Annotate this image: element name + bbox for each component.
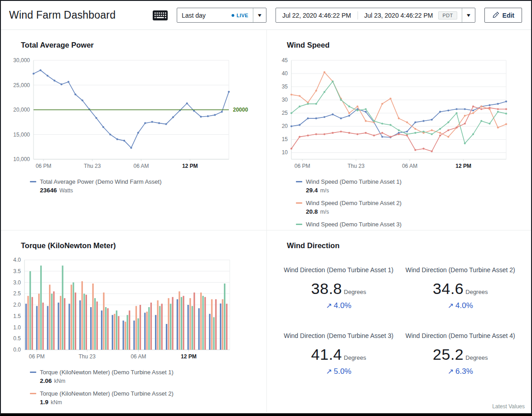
svg-text:06 AM: 06 AM bbox=[131, 353, 146, 360]
trend-up-icon: ↗ bbox=[326, 367, 332, 375]
legend-label: Torque (KiloNewton Meter) (Demo Turbine … bbox=[40, 389, 174, 398]
svg-text:4.0: 4.0 bbox=[13, 257, 21, 263]
kpi-trend: ↗4.0% bbox=[278, 301, 400, 310]
svg-text:2.0: 2.0 bbox=[13, 302, 21, 308]
legend-item: Wind Speed (Demo Turbine Asset 1)29.4 m/… bbox=[296, 177, 526, 195]
legend-label: Torque (KiloNewton Meter) (Demo Turbine … bbox=[40, 368, 174, 377]
live-badge: LIVE bbox=[232, 13, 248, 18]
legend-unit: m/s bbox=[319, 209, 329, 215]
legend-list: Wind Speed (Demo Turbine Asset 1)29.4 m/… bbox=[296, 177, 526, 229]
dashboard-header: Wind Farm Dashboard Last day LIVE ▼ Jul … bbox=[1, 1, 531, 30]
kpi-value: 25.2 bbox=[433, 346, 464, 363]
svg-text:20: 20 bbox=[282, 123, 288, 129]
legend-label: Total Average Power (Demo Wind Farm Asse… bbox=[40, 177, 162, 186]
legend-unit: m/s bbox=[319, 187, 329, 194]
legend-unit: kNm bbox=[53, 378, 65, 384]
wind-speed-chart[interactable]: 101520253035404506 PMThu 2306 AM12 PM bbox=[273, 54, 513, 173]
series-swatch-icon bbox=[296, 181, 302, 182]
kpi-trend: ↗5.0% bbox=[278, 367, 400, 376]
latest-values-label: Latest Values bbox=[492, 403, 525, 410]
edit-button-label: Edit bbox=[503, 12, 514, 19]
kpi-value: 34.6 bbox=[433, 280, 464, 297]
chevron-down-icon: ▼ bbox=[256, 13, 262, 18]
svg-text:0.0: 0.0 bbox=[13, 347, 21, 353]
kpi-title: Wind Direction (Demo Turbine Asset 2) bbox=[403, 265, 517, 274]
panel-title: Wind Direction bbox=[287, 241, 526, 250]
legend-value: 2.06 kNm bbox=[40, 377, 260, 386]
kpi-grid: Wind Direction (Demo Turbine Asset 1)38.… bbox=[273, 265, 526, 376]
time-range-select[interactable]: Last day LIVE ▼ bbox=[177, 8, 266, 23]
legend-item: Torque (KiloNewton Meter) (Demo Turbine … bbox=[30, 368, 260, 386]
trend-up-icon: ↗ bbox=[448, 367, 454, 375]
time-range-dropdown-toggle[interactable]: ▼ bbox=[253, 8, 266, 22]
timezone-badge: PDT bbox=[438, 11, 457, 20]
legend-value: 20.8 m/s bbox=[306, 207, 526, 216]
legend-value: 1.9 kNm bbox=[40, 398, 260, 407]
svg-text:2.5: 2.5 bbox=[13, 290, 21, 297]
svg-text:Thu 23: Thu 23 bbox=[84, 163, 101, 169]
torque-chart[interactable]: 0.00.51.01.52.02.53.03.54.006 PMThu 2306… bbox=[7, 254, 236, 363]
kpi-trend: ↗6.3% bbox=[400, 367, 522, 376]
date-divider bbox=[358, 11, 358, 20]
kpi-title: Wind Direction (Demo Turbine Asset 4) bbox=[403, 331, 517, 340]
edit-icon bbox=[492, 12, 499, 19]
legend-unit: kNm bbox=[49, 399, 62, 406]
trend-up-icon: ↗ bbox=[448, 302, 454, 309]
kpi-unit: Degrees bbox=[465, 289, 488, 295]
legend-item: Torque (KiloNewton Meter) (Demo Turbine … bbox=[30, 389, 260, 407]
kpi-value-row: 41.4Degrees bbox=[278, 346, 400, 363]
start-datetime: Jul 22, 2020 4:46:22 PM bbox=[282, 12, 351, 19]
trend-up-icon: ↗ bbox=[326, 302, 332, 309]
svg-text:Thu 23: Thu 23 bbox=[78, 353, 96, 360]
panel-torque: Torque (KiloNewton Meter) 0.00.51.01.52.… bbox=[1, 230, 267, 412]
time-range-value: Last day bbox=[182, 12, 206, 19]
series-swatch-icon bbox=[296, 224, 302, 225]
header-controls: Last day LIVE ▼ Jul 22, 2020 4:46:22 PM … bbox=[153, 8, 522, 23]
date-range-dropdown-toggle[interactable]: ▼ bbox=[462, 8, 475, 22]
legend-item: Wind Speed (Demo Turbine Asset 2)20.8 m/… bbox=[296, 199, 526, 216]
svg-text:30: 30 bbox=[282, 97, 288, 103]
svg-text:0.5: 0.5 bbox=[13, 335, 21, 342]
edit-button[interactable]: Edit bbox=[484, 8, 522, 23]
kpi-value-row: 25.2Degrees bbox=[400, 346, 522, 363]
panel-title: Wind Speed bbox=[287, 41, 526, 49]
svg-text:06 AM: 06 AM bbox=[402, 163, 417, 169]
legend-unit: Watts bbox=[58, 187, 73, 194]
series-swatch-icon bbox=[30, 181, 36, 182]
keyboard-shortcuts-button[interactable] bbox=[153, 10, 168, 20]
legend-list: Total Average Power (Demo Wind Farm Asse… bbox=[30, 177, 260, 195]
svg-text:10: 10 bbox=[282, 149, 288, 156]
svg-text:3.0: 3.0 bbox=[13, 279, 21, 286]
kpi-cell: Wind Direction (Demo Turbine Asset 1)38.… bbox=[278, 265, 400, 310]
legend-list: Torque (KiloNewton Meter) (Demo Turbine … bbox=[30, 368, 260, 412]
legend-label: Wind Speed (Demo Turbine Asset 1) bbox=[306, 177, 401, 186]
svg-text:15: 15 bbox=[282, 136, 288, 142]
kpi-unit: Degrees bbox=[344, 354, 366, 361]
panel-title: Torque (KiloNewton Meter) bbox=[21, 241, 260, 250]
panel-wind-speed: Wind Speed 101520253035404506 PMThu 2306… bbox=[267, 30, 532, 230]
live-label: LIVE bbox=[237, 13, 248, 18]
legend-item: Wind Speed (Demo Turbine Asset 3) bbox=[296, 220, 526, 229]
kpi-unit: Degrees bbox=[344, 289, 366, 295]
panel-title: Total Average Power bbox=[21, 41, 260, 49]
page-title: Wind Farm Dashboard bbox=[9, 9, 116, 21]
series-swatch-icon bbox=[30, 393, 36, 394]
kpi-title: Wind Direction (Demo Turbine Asset 3) bbox=[281, 331, 396, 340]
kpi-value-row: 38.8Degrees bbox=[278, 280, 400, 298]
svg-text:06 PM: 06 PM bbox=[295, 163, 310, 169]
svg-text:15,000: 15,000 bbox=[13, 132, 30, 138]
total-average-power-chart[interactable]: 10,00015,00020,00025,00030,00006 PMThu 2… bbox=[7, 54, 254, 173]
series-swatch-icon bbox=[296, 202, 302, 204]
svg-text:45: 45 bbox=[282, 57, 288, 64]
svg-text:1.0: 1.0 bbox=[13, 324, 21, 331]
svg-text:Thu 23: Thu 23 bbox=[348, 163, 365, 169]
svg-text:30,000: 30,000 bbox=[13, 57, 30, 64]
svg-text:25: 25 bbox=[282, 110, 288, 116]
svg-text:20000: 20000 bbox=[233, 107, 248, 113]
svg-text:06 PM: 06 PM bbox=[29, 353, 45, 360]
svg-text:40: 40 bbox=[282, 70, 288, 77]
svg-text:06 PM: 06 PM bbox=[36, 163, 52, 169]
chevron-down-icon: ▼ bbox=[465, 13, 471, 18]
date-range-picker[interactable]: Jul 22, 2020 4:46:22 PM Jul 23, 2020 4:4… bbox=[276, 8, 475, 23]
kpi-value: 38.8 bbox=[311, 280, 342, 297]
